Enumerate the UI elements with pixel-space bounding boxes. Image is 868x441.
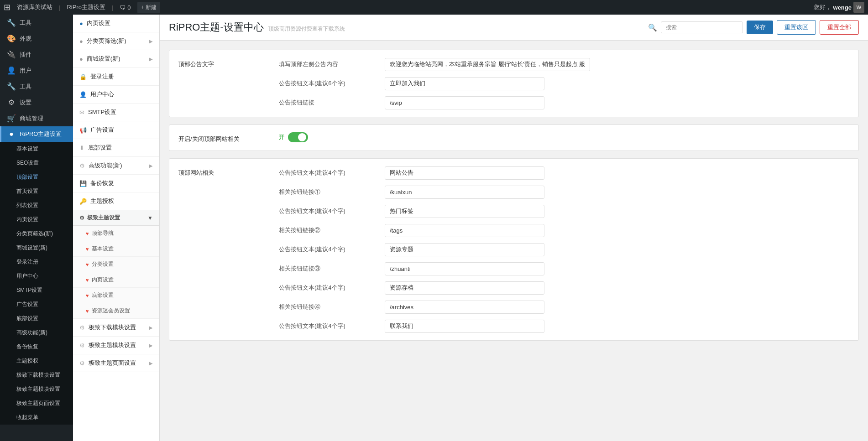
sidebar-item-settings[interactable]: ⚙ 设置 [0, 94, 73, 110]
sidebar-item-tools[interactable]: 🔧 工具 [0, 78, 73, 94]
heart-icon6: ♥ [86, 308, 89, 314]
reset-all-button[interactable]: 重置全部 [820, 20, 859, 35]
subnav-ads[interactable]: 📢 广告设置 [73, 121, 159, 139]
site-link1-input[interactable] [385, 186, 544, 199]
user-icon: 👤 [79, 91, 87, 98]
subnav-category-settings[interactable]: ♥ 分类设置 [73, 257, 159, 272]
notice-content-input[interactable] [385, 58, 590, 71]
save-button[interactable]: 保存 [747, 21, 773, 34]
shop-icon: 🛒 [7, 114, 16, 123]
section-top-site: 顶部网站相关 公告按钮文本(建议4个字) 相关按钮链接① [169, 158, 859, 341]
subnav-vip-settings[interactable]: ♥ 资源迷会员设置 [73, 303, 159, 319]
comment-count[interactable]: 🗨 0 [116, 0, 134, 15]
submenu-basic[interactable]: 基本设置 [0, 142, 73, 156]
subnav-basic-settings[interactable]: ♥ 基本设置 [73, 241, 159, 257]
theme-settings-link[interactable]: RiPro主题设置 [63, 0, 109, 15]
section-top-notice-row: 顶部公告文字 填写顶部左侧公告内容 公告按钮文本(建议6个字) [169, 50, 858, 117]
subnav-backup[interactable]: 💾 备份恢复 [73, 175, 159, 192]
heart-icon1: ♥ [86, 231, 89, 236]
site-link2-input[interactable] [385, 224, 544, 237]
submenu-top[interactable]: 顶部设置 [0, 170, 73, 184]
users-icon: 👤 [7, 66, 16, 75]
toggle-wrap: 开 [279, 132, 849, 142]
subnav-advanced[interactable]: ⚙ 高级功能(新) ▶ [73, 157, 159, 175]
subnav-user-center[interactable]: 👤 用户中心 [73, 86, 159, 104]
submenu-extreme-page[interactable]: 极致主题页面设置 [0, 396, 73, 410]
submenu-seo[interactable]: SEO设置 [0, 156, 73, 170]
subnav-extreme-group[interactable]: ⚙ 极致主题设置 ▼ [73, 210, 159, 226]
submenu-backup[interactable]: 备份恢复 [0, 340, 73, 354]
site-btn3-text-label: 公告按钮文本(建议4个字) [279, 243, 379, 254]
submenu-list[interactable]: 列表设置 [0, 198, 73, 213]
submenu-extreme-download[interactable]: 极致下载模块设置 [0, 368, 73, 382]
submenu-inner[interactable]: 内页设置 [0, 213, 73, 227]
page-header-actions: 🔍 保存 重置该区 重置全部 [648, 20, 859, 35]
notice-content-label: 填写顶部左侧公告内容 [279, 57, 379, 68]
site-link2-row: 相关按钮链接② [279, 223, 849, 237]
subnav-category-filter[interactable]: ● 分类页筛选(新) ▶ [73, 32, 159, 50]
subnav-footer-settings[interactable]: ♥ 底部设置 [73, 288, 159, 303]
notice-btn-link-label: 公告按钮链接 [279, 96, 379, 107]
subnav-download-module[interactable]: ⚙ 极致下载模块设置 ▶ [73, 319, 159, 337]
site-name-link[interactable]: 资源库美试站 [13, 0, 56, 15]
key-icon: 🔑 [79, 198, 87, 205]
site-btn3-text-input[interactable] [385, 243, 544, 256]
sidebar-item-plugins[interactable]: 🔌 插件 [0, 47, 73, 62]
wp-icon: ⊞ [4, 2, 10, 12]
submenu-user[interactable]: 用户中心 [0, 269, 73, 283]
site-btn2-text-label: 公告按钮文本(建议4个字) [279, 204, 379, 215]
subnav-footer[interactable]: ⬇ 底部设置 [73, 139, 159, 157]
tools-icon: 🔧 [7, 18, 16, 27]
dot-icon3: ● [79, 56, 83, 62]
submenu-advanced[interactable]: 高级功能(新) [0, 326, 73, 340]
site-link3-input[interactable] [385, 262, 544, 275]
site-btn5-text-label: 公告按钮文本(建议4个字) [279, 319, 379, 330]
sidebar-item-appearance[interactable]: 🎨 外观 [0, 31, 73, 47]
subnav-theme-module[interactable]: ⚙ 极致主题模块设置 ▶ [73, 337, 159, 354]
site-btn4-text-input[interactable] [385, 281, 544, 295]
tools2-icon: 🔧 [7, 82, 16, 91]
top-site-toggle[interactable] [288, 132, 308, 142]
submenu-smtp[interactable]: SMTP设置 [0, 283, 73, 297]
chevron-right-icon2: ▶ [149, 57, 153, 62]
submenu-shop[interactable]: 商城设置(新) [0, 241, 73, 255]
submenu-auth[interactable]: 主题授权 [0, 354, 73, 368]
heart-icon2: ♥ [86, 246, 89, 252]
subnav-theme-page[interactable]: ⚙ 极致主题页面设置 ▶ [73, 354, 159, 372]
new-button[interactable]: + 新建 [137, 2, 160, 13]
subnav-shop-settings[interactable]: ● 商城设置(新) ▶ [73, 50, 159, 68]
site-btn1-text-input[interactable] [385, 166, 544, 180]
admin-bar: ⊞ 资源库美试站 | RiPro主题设置 | 🗨 0 + 新建 您好， weng… [0, 0, 868, 15]
site-btn5-text-input[interactable] [385, 320, 544, 333]
submenu-login[interactable]: 登录注册 [0, 255, 73, 269]
sidebar-item-ripro[interactable]: ● RiPRO主题设置 [0, 126, 73, 142]
sidebar-item-shop[interactable]: 🛒 商城管理 [0, 110, 73, 126]
submenu-extreme-theme[interactable]: 极致主题模块设置 [0, 382, 73, 396]
site-btn4-text-label: 公告按钮文本(建议4个字) [279, 281, 379, 292]
sidebar-item-tools-top[interactable]: 🔧 工具 [0, 15, 73, 31]
theme-page-icon: ⚙ [79, 360, 85, 367]
site-link4-input[interactable] [385, 301, 544, 314]
subnav-inner-page[interactable]: ● 内页设置 [73, 15, 159, 32]
chevron-right-icon6: ▶ [149, 361, 153, 366]
subnav-theme-auth[interactable]: 🔑 主题授权 [73, 192, 159, 210]
submenu-footer[interactable]: 底部设置 [0, 311, 73, 326]
subnav-top-nav[interactable]: ♥ 顶部导航 [73, 226, 159, 241]
submenu-ads[interactable]: 广告设置 [0, 297, 73, 311]
toggle-on-label: 开 [279, 134, 284, 141]
subnav-smtp[interactable]: ✉ SMTP设置 [73, 104, 159, 121]
submenu-collapse[interactable]: 收起菜单 [0, 410, 73, 425]
notice-btn-link-input[interactable] [385, 96, 544, 109]
user-avatar[interactable]: W [853, 2, 864, 13]
reset-area-button[interactable]: 重置该区 [777, 20, 816, 35]
lock-icon: 🔒 [79, 73, 87, 80]
notice-btn-text-input[interactable] [385, 77, 544, 90]
subnav-login[interactable]: 🔒 登录注册 [73, 68, 159, 86]
site-btn2-text-input[interactable] [385, 205, 544, 218]
submenu-category-filter[interactable]: 分类页筛选(新) [0, 227, 73, 241]
submenu-home[interactable]: 首页设置 [0, 184, 73, 198]
site-btn4-text-row: 公告按钮文本(建议4个字) [279, 281, 849, 295]
sidebar-item-users[interactable]: 👤 用户 [0, 62, 73, 78]
search-input[interactable] [661, 21, 743, 33]
subnav-inner-settings[interactable]: ♥ 内页设置 [73, 272, 159, 288]
